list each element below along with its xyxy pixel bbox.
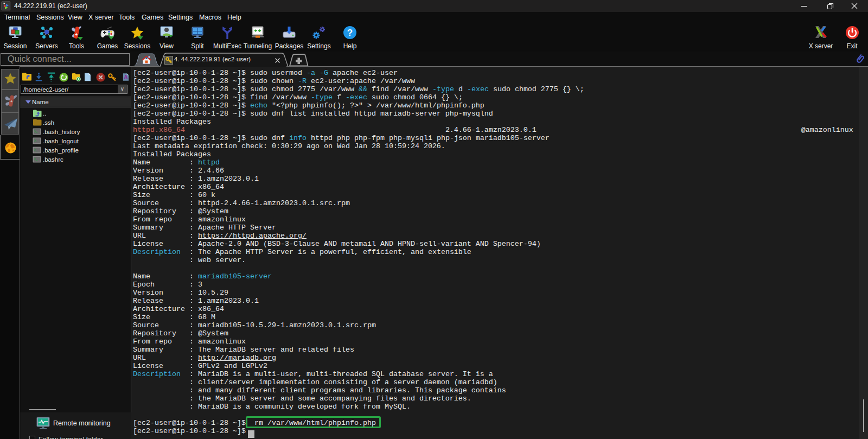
svg-text:A: A <box>124 74 128 80</box>
svg-text:?: ? <box>347 28 353 38</box>
